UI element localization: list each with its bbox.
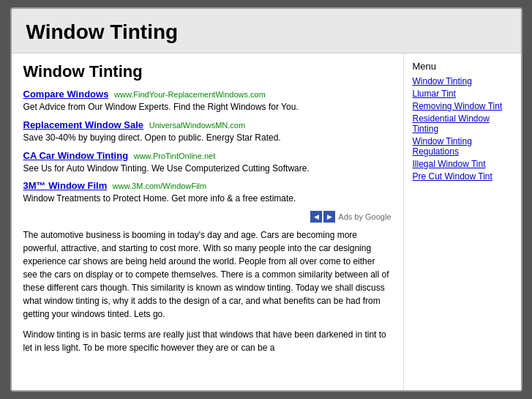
ad-3-desc: See Us for Auto Window Tinting. We Use C… bbox=[23, 163, 391, 175]
ad-1-url: www.FindYour-ReplacementWindows.com bbox=[114, 90, 266, 99]
ad-2-link[interactable]: Replacement Window Sale bbox=[23, 119, 144, 130]
nav-arrow-right[interactable]: ▶ bbox=[323, 211, 335, 223]
ad-4-url: www.3M.com/WindowFilm bbox=[113, 182, 206, 190]
sidebar-link-illegal[interactable]: Illegal Window Tint bbox=[413, 159, 512, 169]
sidebar-link-removing-window-tint[interactable]: Removing Window Tint bbox=[413, 101, 512, 111]
ad-4-link[interactable]: 3M™ Window Film bbox=[23, 180, 108, 191]
ad-3: CA Car Window Tinting www.ProTintOnline.… bbox=[23, 150, 391, 175]
ad-4-desc: Window Treatments to Protect Home. Get m… bbox=[23, 193, 391, 205]
ad-4: 3M™ Window Film www.3M.com/WindowFilm Wi… bbox=[23, 180, 391, 205]
content-area: Window Tinting Compare Windows www.FindY… bbox=[12, 53, 521, 390]
ad-1-link[interactable]: Compare Windows bbox=[23, 89, 109, 100]
ad-2: Replacement Window Sale UniversalWindows… bbox=[23, 119, 391, 144]
ads-label: Ads by Google bbox=[338, 212, 391, 221]
header: Window Tinting bbox=[12, 9, 521, 53]
sidebar-link-regulations[interactable]: Window Tinting Regulations bbox=[413, 136, 512, 157]
ad-3-url: www.ProTintOnline.net bbox=[134, 152, 215, 160]
sidebar-menu-title: Menu bbox=[413, 61, 512, 72]
sidebar-link-llumar-tint[interactable]: Llumar Tint bbox=[413, 89, 512, 99]
article-body: The automotive business is booming in to… bbox=[23, 228, 391, 354]
sidebar-link-residential[interactable]: Residential Window Tinting bbox=[413, 113, 512, 134]
page-title: Window Tinting bbox=[26, 20, 506, 44]
article-paragraph-1: The automotive business is booming in to… bbox=[23, 228, 391, 321]
ads-by-google-bar: ◀ ▶ Ads by Google bbox=[23, 211, 391, 223]
main-title: Window Tinting bbox=[23, 62, 391, 81]
ad-3-link[interactable]: CA Car Window Tinting bbox=[23, 150, 129, 161]
ad-2-desc: Save 30-40% by buying direct. Open to pu… bbox=[23, 132, 391, 144]
sidebar: Menu Window Tinting Llumar Tint Removing… bbox=[404, 53, 521, 390]
page-container: Window Tinting Window Tinting Compare Wi… bbox=[10, 7, 522, 392]
ad-1-desc: Get Advice from Our Window Experts. Find… bbox=[23, 101, 391, 113]
nav-arrow-left[interactable]: ◀ bbox=[310, 211, 322, 223]
ad-1: Compare Windows www.FindYour-Replacement… bbox=[23, 89, 391, 113]
nav-arrows: ◀ ▶ bbox=[310, 211, 335, 223]
sidebar-link-pre-cut[interactable]: Pre Cut Window Tint bbox=[413, 171, 512, 182]
ad-2-url: UniversalWindowsMN.com bbox=[149, 121, 245, 130]
sidebar-link-window-tinting[interactable]: Window Tinting bbox=[413, 76, 512, 86]
main-content: Window Tinting Compare Windows www.FindY… bbox=[12, 53, 404, 390]
article-paragraph-2: Window tinting is in basic terms are rea… bbox=[23, 328, 391, 354]
